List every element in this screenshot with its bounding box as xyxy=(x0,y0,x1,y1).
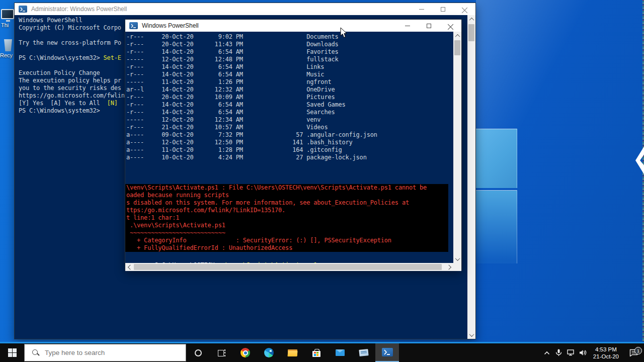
clock-date: 21-Oct-20 xyxy=(593,353,619,360)
listing-row: a---- 11-Oct-20 1:28 PM 164 .gitconfig xyxy=(126,146,377,154)
listing-row: ar--l 14-Oct-20 12:32 AM OneDrive xyxy=(126,86,377,94)
cortana-icon xyxy=(195,349,202,356)
edge-icon xyxy=(264,348,274,357)
horizontal-scrollbar[interactable] xyxy=(125,263,453,271)
powershell-window-icon xyxy=(19,6,27,13)
listing-row: -r--- 14-Oct-20 6:54 AM Links xyxy=(126,63,377,71)
typed-command: Set-E xyxy=(104,54,121,61)
taskbar-search[interactable] xyxy=(24,344,186,361)
console-prompt: PS C:\Windows\system32> xyxy=(19,107,125,115)
scrollbar-corner xyxy=(453,263,461,271)
console-line: you to the security risks des xyxy=(19,84,125,92)
scroll-up-button[interactable] xyxy=(467,15,475,23)
console-line: Windows PowerShell xyxy=(19,17,125,24)
tray-volume[interactable] xyxy=(577,349,589,356)
powershell-window-title: Windows PowerShell xyxy=(142,22,199,29)
listing-row: -r--- 20-Oct-20 9:02 PM Documents xyxy=(126,33,377,41)
tray-network[interactable] xyxy=(565,349,577,356)
listing-row: ----- 12-Oct-20 12:48 PM fullstack xyxy=(126,56,377,63)
admin-window-title: Administrator: Windows PowerShell xyxy=(31,6,127,13)
scrollbar-thumb[interactable] xyxy=(134,264,442,270)
maximize-button[interactable] xyxy=(432,3,454,15)
search-input[interactable] xyxy=(45,349,166,356)
error-line: t line:1 char:1 xyxy=(126,214,448,222)
tray-chevron-button[interactable] xyxy=(541,351,553,355)
task-view-icon xyxy=(218,349,226,356)
white-arrow-artifact xyxy=(635,146,644,175)
taskbar-file-explorer[interactable] xyxy=(281,343,304,362)
console-line: The execution policy helps pr xyxy=(19,77,125,84)
taskbar-edge[interactable] xyxy=(257,343,281,362)
scrollbar-thumb[interactable] xyxy=(468,24,474,41)
vertical-scrollbar[interactable] xyxy=(453,32,461,263)
admin-vertical-scrollbar[interactable] xyxy=(467,15,475,339)
scroll-right-button[interactable] xyxy=(445,263,453,271)
error-line: .\venv\Scripts\Activate.ps1 xyxy=(126,222,448,229)
listing-row: ----- 11-Oct-20 1:26 PM ngfront xyxy=(126,78,377,86)
listing-row: -r--- 21-Oct-20 10:57 AM Videos xyxy=(126,124,377,131)
scroll-up-button[interactable] xyxy=(453,32,461,40)
listing-row: a---- 10-Oct-20 4:24 PM 27 package-lock.… xyxy=(126,154,377,161)
taskbar-clock[interactable]: 4:53 PM 21-Oct-20 xyxy=(589,346,623,360)
console-line: Try the new cross-platform Po xyxy=(19,39,125,47)
wallpaper-light-beam xyxy=(476,0,644,130)
powershell-window-titlebar[interactable]: Windows PowerShell xyxy=(125,20,461,32)
taskbar: 4:53 PM 21-Oct-20 1 xyxy=(0,343,644,362)
action-center-button[interactable]: 1 xyxy=(623,349,644,356)
file-explorer-icon xyxy=(288,349,297,356)
network-icon xyxy=(567,349,575,356)
error-line: s disabled on this system. For more info… xyxy=(126,199,448,207)
error-line: ttps:/go.microsoft.com/fwlink/?LinkID=13… xyxy=(126,207,448,214)
cortana-button[interactable] xyxy=(186,343,210,362)
this-pc-icon xyxy=(1,9,14,19)
listing-row: -r--- 14-Oct-20 6:54 AM Favorites xyxy=(126,48,377,56)
task-view-button[interactable] xyxy=(210,343,233,362)
console-line: Execution Policy Change xyxy=(19,69,125,77)
admin-window-titlebar[interactable]: Administrator: Windows PowerShell xyxy=(15,3,475,15)
powershell-window-icon xyxy=(129,22,138,29)
minimize-button[interactable] xyxy=(411,3,432,15)
listing-row: a---- 09-Oct-20 7:32 PM 57 .angular-conf… xyxy=(126,131,377,139)
console-line: Copyright (C) Microsoft Corpo xyxy=(19,24,125,32)
listing-row: a---- 12-Oct-20 12:50 PM 141 .bash_histo… xyxy=(126,139,377,146)
search-icon xyxy=(32,349,40,357)
mail-icon xyxy=(336,349,345,356)
wallpaper-logo-pane-bottom xyxy=(476,190,517,263)
taskbar-store[interactable] xyxy=(304,343,328,362)
chevron-up-icon xyxy=(544,351,550,355)
error-line: \venv\Scripts\Activate.ps1 : File C:\Use… xyxy=(126,184,448,192)
powershell-window: Windows PowerShell -r--- 20-Oct-20 9:02 … xyxy=(125,19,462,270)
taskbar-chrome[interactable] xyxy=(233,343,257,362)
maximize-button[interactable] xyxy=(418,20,440,32)
scroll-left-button[interactable] xyxy=(125,263,133,271)
windows-logo-icon xyxy=(8,348,17,357)
tray-microphone[interactable] xyxy=(553,349,565,356)
listing-row: -r--- 14-Oct-20 6:54 AM Saved Games xyxy=(126,101,377,109)
powershell-icon xyxy=(382,348,393,356)
taskbar-mail[interactable] xyxy=(328,343,352,362)
listing-row: -r--- 20-Oct-20 11:43 PM Downloads xyxy=(126,41,377,48)
scrollbar-thumb[interactable] xyxy=(454,40,460,55)
notification-badge: 1 xyxy=(634,347,642,354)
system-tray: 4:53 PM 21-Oct-20 1 xyxy=(541,343,644,362)
listing-row: -r--- 14-Oct-20 6:54 AM Music xyxy=(126,71,377,78)
error-line: + FullyQualifiedErrorId : UnauthorizedAc… xyxy=(126,244,448,252)
taskbar-app[interactable] xyxy=(352,343,375,362)
minimize-button[interactable] xyxy=(396,20,418,32)
mouse-cursor xyxy=(340,28,347,38)
scroll-down-button[interactable] xyxy=(453,255,461,263)
close-button[interactable] xyxy=(454,3,475,15)
start-button[interactable] xyxy=(0,343,24,362)
desktop: Thi Recy Administrator: Windows PowerShe… xyxy=(0,0,644,362)
taskbar-powershell-active[interactable] xyxy=(375,343,399,362)
chrome-icon xyxy=(240,348,250,357)
close-button[interactable] xyxy=(440,20,461,32)
error-line: + CategoryInfo : SecurityError: (:) [], … xyxy=(126,237,448,244)
wallpaper-logo-pane-top xyxy=(476,129,517,188)
recycle-bin-icon xyxy=(3,39,13,51)
error-message-block: \venv\Scripts\Activate.ps1 : File C:\Use… xyxy=(125,184,448,252)
listing-row: -r--- 14-Oct-20 6:54 AM Searches xyxy=(126,109,377,116)
command-line: S C:\Users\OSTECH> .\venv\Scripts\Activa… xyxy=(126,176,317,184)
scroll-down-button[interactable] xyxy=(467,331,475,339)
directory-listing: -r--- 20-Oct-20 9:02 PM Documents -r--- … xyxy=(126,33,377,161)
